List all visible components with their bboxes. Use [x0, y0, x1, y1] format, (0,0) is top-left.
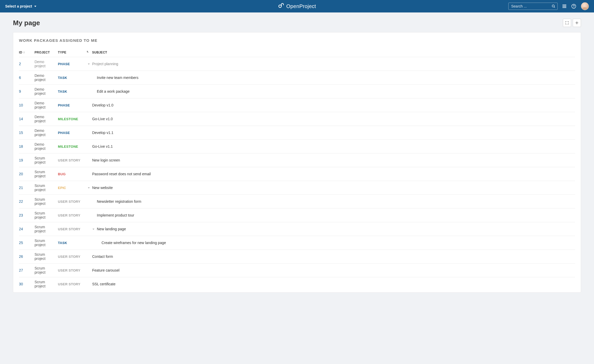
brand-logo[interactable]: OpenProject — [278, 3, 316, 10]
expand-toggle[interactable] — [86, 63, 91, 65]
work-package-id-link[interactable]: 23 — [19, 213, 23, 217]
add-widget-button[interactable] — [573, 19, 581, 27]
table-row[interactable]: 20Scrum projectBUGPassword reset does no… — [19, 167, 575, 181]
subject-text: New website — [92, 186, 113, 190]
subject-text: Feature carousel — [92, 268, 119, 272]
work-package-id-link[interactable]: 10 — [19, 103, 23, 107]
type-badge: MILESTONE — [58, 145, 78, 149]
subject-text: Implement product tour — [97, 213, 134, 217]
expand-toggle[interactable] — [91, 228, 96, 230]
type-badge: TASK — [58, 241, 67, 245]
widget-title: WORK PACKAGES ASSIGNED TO ME — [19, 38, 575, 43]
svg-point-13 — [573, 7, 574, 8]
svg-point-0 — [279, 5, 281, 8]
subject-text: Go-Live v1.0 — [92, 117, 113, 121]
search-input[interactable] — [508, 3, 558, 10]
subject-text: New landing page — [97, 227, 126, 231]
table-row[interactable]: 23Scrum projectUSER STORYImplement produ… — [19, 208, 575, 222]
widget-assigned-to-me: WORK PACKAGES ASSIGNED TO ME ID↑ PROJECT… — [13, 32, 581, 293]
page-title: My page — [13, 19, 40, 27]
type-badge: USER STORY — [58, 282, 80, 286]
fullscreen-button[interactable] — [563, 19, 571, 27]
table-row[interactable]: 26Scrum projectUSER STORYContact form — [19, 250, 575, 264]
project-name: Demo project — [35, 87, 45, 96]
table-row[interactable]: 18Demo projectMILESTONEGo-Live v1.1 — [19, 140, 575, 153]
svg-line-2 — [554, 7, 555, 8]
svg-point-1 — [552, 5, 555, 7]
project-name: Scrum project — [35, 170, 45, 178]
search-icon[interactable] — [551, 4, 556, 8]
work-package-id-link[interactable]: 19 — [19, 158, 23, 162]
work-package-id-link[interactable]: 24 — [19, 227, 23, 231]
work-package-id-link[interactable]: 14 — [19, 117, 23, 121]
type-badge: USER STORY — [58, 213, 80, 217]
page-body: My page WORK PACKAGES ASSIGNED TO ME ID↑ — [0, 12, 594, 303]
svg-rect-4 — [564, 4, 565, 5]
subject-text: Develop v1.1 — [92, 131, 113, 135]
col-header-project[interactable]: PROJECT — [35, 48, 58, 57]
work-package-id-link[interactable]: 18 — [19, 144, 23, 149]
work-package-id-link[interactable]: 21 — [19, 186, 23, 190]
work-package-id-link[interactable]: 6 — [19, 76, 21, 80]
project-name: Scrum project — [35, 280, 45, 288]
table-row[interactable]: 24Scrum projectUSER STORYNew landing pag… — [19, 222, 575, 236]
type-badge: MILESTONE — [58, 117, 78, 121]
table-row[interactable]: 30Scrum projectUSER STORYSSL certificate — [19, 277, 575, 291]
table-row[interactable]: 6Demo projectTASKInvite new team members — [19, 71, 575, 85]
svg-rect-7 — [564, 6, 565, 6]
avatar[interactable] — [581, 2, 589, 10]
svg-rect-5 — [565, 4, 566, 5]
table-row[interactable]: 15Demo projectPHASEDevelop v1.1 — [19, 126, 575, 140]
project-name: Demo project — [35, 129, 45, 137]
type-badge: USER STORY — [58, 200, 80, 204]
table-row[interactable]: 2Demo projectPHASEProject planning — [19, 57, 575, 71]
project-name: Demo project — [35, 142, 45, 151]
table-row[interactable]: 21Scrum projectEPICNew website — [19, 181, 575, 195]
project-name: Demo project — [35, 60, 45, 68]
work-package-id-link[interactable]: 25 — [19, 241, 23, 245]
apps-grid-icon[interactable] — [562, 4, 566, 8]
col-header-id[interactable]: ID↑ — [19, 48, 35, 57]
type-badge: BUG — [58, 172, 66, 176]
table-row[interactable]: 10Demo projectPHASEDevelop v1.0 — [19, 98, 575, 112]
subject-text: Edit a work package — [97, 89, 130, 93]
project-name: Demo project — [35, 115, 45, 123]
help-icon[interactable] — [571, 4, 576, 9]
svg-rect-8 — [565, 6, 566, 6]
table-row[interactable]: 14Demo projectMILESTONEGo-Live v1.0 — [19, 112, 575, 126]
subject-text: Create wireframes for new landing page — [102, 241, 166, 245]
col-header-type[interactable]: TYPE — [58, 48, 86, 57]
project-name: Scrum project — [35, 252, 45, 261]
subject-text: Password reset does not send email — [92, 172, 151, 176]
caret-down-icon — [34, 6, 36, 7]
table-row[interactable]: 25Scrum projectTASKCreate wireframes for… — [19, 236, 575, 250]
work-package-id-link[interactable]: 20 — [19, 172, 23, 176]
work-package-id-link[interactable]: 9 — [19, 89, 21, 93]
svg-rect-10 — [564, 7, 565, 8]
subject-text: New login screen — [92, 158, 120, 162]
table-row[interactable]: 9Demo projectTASKEdit a work package — [19, 85, 575, 98]
work-package-id-link[interactable]: 27 — [19, 268, 23, 272]
work-package-id-link[interactable]: 22 — [19, 199, 23, 204]
work-package-id-link[interactable]: 30 — [19, 282, 23, 286]
work-package-id-link[interactable]: 26 — [19, 254, 23, 259]
type-badge: EPIC — [58, 186, 66, 190]
type-badge: TASK — [58, 90, 67, 93]
work-package-id-link[interactable]: 15 — [19, 131, 23, 135]
table-row[interactable]: 27Scrum projectUSER STORYFeature carouse… — [19, 264, 575, 277]
project-name: Demo project — [35, 73, 45, 82]
table-row[interactable]: 19Scrum projectUSER STORYNew login scree… — [19, 153, 575, 167]
table-row[interactable]: 22Scrum projectUSER STORYNewsletter regi… — [19, 195, 575, 208]
col-header-subject[interactable]: SUBJECT — [86, 48, 575, 57]
brand-text: OpenProject — [286, 3, 316, 9]
subject-text: Project planning — [92, 62, 118, 66]
svg-rect-6 — [563, 6, 563, 6]
work-package-id-link[interactable]: 2 — [19, 62, 21, 66]
expand-toggle[interactable] — [86, 186, 91, 189]
svg-rect-11 — [565, 7, 566, 8]
type-badge: USER STORY — [58, 158, 80, 162]
project-name: Scrum project — [35, 156, 45, 164]
project-name: Scrum project — [35, 266, 45, 274]
topbar: Select a project OpenProject — [0, 0, 594, 12]
project-selector[interactable]: Select a project — [5, 4, 36, 8]
